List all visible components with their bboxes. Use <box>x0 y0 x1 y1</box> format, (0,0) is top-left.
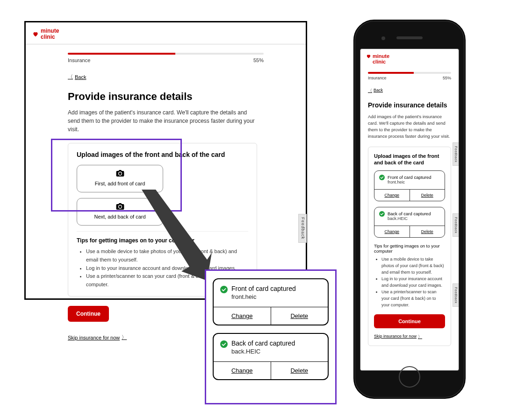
page-title: Provide insurance details <box>68 91 264 103</box>
phone-camera-dot <box>381 36 385 40</box>
brand-logo: minuteclinic <box>366 54 453 64</box>
chevron-right-icon: 〉 <box>122 334 127 341</box>
captured-back-delete-button[interactable]: Delete <box>271 362 328 379</box>
page-intro: Add images of the patient's insurance ca… <box>368 113 451 140</box>
skip-insurance-link[interactable]: Skip insurance for now 〉 <box>374 334 422 340</box>
continue-button[interactable]: Continue <box>68 306 109 322</box>
upload-front-button[interactable]: First, add front of card <box>77 165 163 192</box>
captured-front-change-button[interactable]: Change <box>374 190 410 201</box>
skip-insurance-link[interactable]: Skip insurance for now 〉 <box>68 334 127 341</box>
phone-speaker <box>396 36 423 39</box>
captured-back-title: Back of card captured <box>231 339 295 347</box>
captured-front-change-button[interactable]: Change <box>214 307 271 325</box>
brand-logo: minuteclinic <box>32 28 299 40</box>
tip-item: Use a mobile device to take photos of yo… <box>86 247 248 264</box>
chevron-left-icon: 〈 <box>368 88 372 94</box>
captured-front-title: Front of card captured <box>231 285 296 292</box>
captured-front-delete-button[interactable]: Delete <box>410 190 445 201</box>
desktop-header: minuteclinic <box>26 22 306 44</box>
feedback-label: Feedback <box>301 217 305 240</box>
continue-button[interactable]: Continue <box>374 314 445 328</box>
captured-back-card: Back of card captured back.HEIC Change D… <box>213 333 329 380</box>
captured-front-card: Front of card captured front.heic Change… <box>213 278 329 325</box>
back-link[interactable]: 〈 Back <box>68 73 86 80</box>
upload-panel: Upload images of the front and back of t… <box>368 147 451 346</box>
tip-item: Use a printer/scanner to scan your card … <box>381 289 445 309</box>
upload-back-button[interactable]: Next, add back of card <box>77 198 163 226</box>
svg-point-4 <box>379 211 385 217</box>
skip-label: Skip insurance for now <box>68 335 120 340</box>
upload-front-label: First, add front of card <box>81 181 159 186</box>
feedback-tab[interactable]: Feedback <box>453 283 459 307</box>
heart-icon <box>366 54 371 59</box>
captured-front-title: Front of card captured <box>388 175 431 180</box>
feedback-tab[interactable]: Feedback <box>298 214 307 243</box>
back-link[interactable]: 〈 Back <box>368 88 383 94</box>
captured-back-change-button[interactable]: Change <box>214 362 271 379</box>
phone-home-button <box>399 366 420 388</box>
check-circle-icon <box>379 175 385 180</box>
phone-screen: minuteclinic Insurance 55% 〈 Back Provid… <box>360 49 459 371</box>
captured-back-delete-button[interactable]: Delete <box>410 226 445 237</box>
captured-front-card: Front of card captured front.heic Change… <box>374 170 445 201</box>
progress-fill <box>68 53 175 55</box>
progress-bar <box>368 72 451 74</box>
phone-mock-frame: minuteclinic Insurance 55% 〈 Back Provid… <box>353 20 466 399</box>
mobile-header: minuteclinic <box>360 49 459 67</box>
svg-point-2 <box>220 340 228 348</box>
heart-icon <box>32 31 39 37</box>
captured-front-delete-button[interactable]: Delete <box>271 307 328 325</box>
captured-front-filename: front.heic <box>388 180 431 184</box>
upload-section-title: Upload images of the front and back of t… <box>77 151 248 158</box>
captured-back-filename: back.HEIC <box>231 348 295 355</box>
page-title: Provide insurance details <box>368 101 451 109</box>
check-circle-icon <box>220 286 228 293</box>
svg-point-1 <box>220 286 228 293</box>
captured-back-filename: back.HEIC <box>388 216 431 221</box>
tip-item: Use a mobile device to take photos of yo… <box>381 256 445 276</box>
desktop-mock-frame: minuteclinic Insurance 55% 〈 Back Provid… <box>24 21 307 300</box>
progress-bar <box>68 53 264 55</box>
tips-title: Tips for getting images on to your compu… <box>374 243 445 254</box>
progress-stage-label: Insurance <box>368 76 387 80</box>
brand-line2: clinic <box>41 34 55 40</box>
upload-back-label: Next, add back of card <box>81 214 159 219</box>
progress-fill <box>368 72 414 74</box>
progress-stage-label: Insurance <box>68 57 90 63</box>
progress-pct-label: 55% <box>443 76 451 80</box>
captured-back-card: Back of card captured back.HEIC Change D… <box>374 207 445 238</box>
camera-icon <box>81 203 159 211</box>
progress-pct-label: 55% <box>253 57 264 63</box>
tips-title: Tips for getting images on to your compu… <box>77 237 248 244</box>
captured-back-change-button[interactable]: Change <box>374 226 410 237</box>
camera-icon <box>81 170 159 178</box>
chevron-right-icon: 〉 <box>418 334 422 340</box>
tip-item: Log in to your insurance account and dow… <box>381 276 445 289</box>
captured-back-title: Back of card captured <box>388 211 431 216</box>
divider <box>77 231 248 232</box>
feedback-tab[interactable]: Feedback <box>453 213 459 237</box>
phone-hardware-top <box>354 21 465 49</box>
chevron-left-icon: 〈 <box>68 73 73 80</box>
upload-section-title: Upload images of the front and back of t… <box>374 153 445 166</box>
tips-list: Use a mobile device to take photos of yo… <box>374 256 445 309</box>
annotation-box-captured: Front of card captured front.heic Change… <box>205 269 337 404</box>
svg-point-3 <box>379 175 385 180</box>
captured-front-filename: front.heic <box>231 293 296 300</box>
feedback-tab[interactable]: Feedback <box>453 142 459 166</box>
brand-line1: minute <box>41 28 59 34</box>
continue-label: Continue <box>76 311 101 317</box>
check-circle-icon <box>220 340 228 348</box>
check-circle-icon <box>379 211 385 217</box>
page-intro: Add images of the patient's insurance ca… <box>68 108 259 134</box>
back-link-label: Back <box>75 74 86 80</box>
